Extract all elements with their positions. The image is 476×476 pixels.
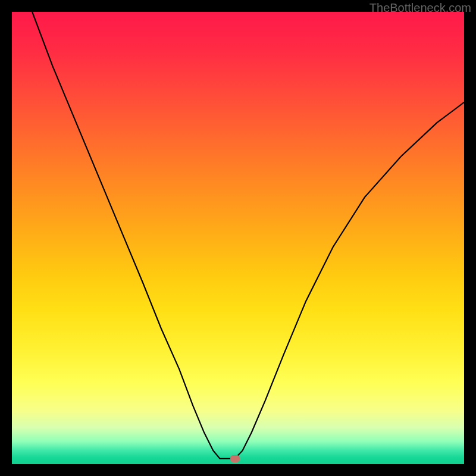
bottleneck-chart: TheBottleneck.com bbox=[0, 0, 476, 476]
attribution-label: TheBottleneck.com bbox=[369, 1, 471, 15]
bottleneck-curve bbox=[32, 12, 464, 459]
minimum-marker bbox=[230, 455, 240, 462]
plot-area bbox=[12, 12, 464, 464]
curve-svg bbox=[12, 12, 464, 464]
